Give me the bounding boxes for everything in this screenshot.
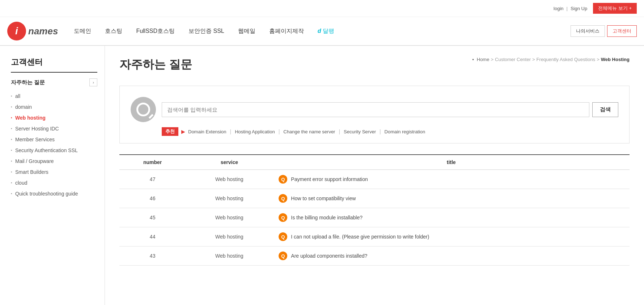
sidebar-item-web-hosting[interactable]: Web hosting xyxy=(11,112,97,123)
q-badge: Q xyxy=(279,213,287,222)
cell-service: Web hosting xyxy=(186,170,273,189)
nav-fullssd[interactable]: FullSSD호스팅 xyxy=(135,27,176,35)
breadcrumb: ▪ Home > Customer Center > Frequently As… xyxy=(472,57,630,62)
breadcrumb-home[interactable]: Home xyxy=(477,57,490,62)
q-badge: Q xyxy=(279,194,287,203)
cell-title[interactable]: QHow to set compatibility view xyxy=(273,189,630,208)
sidebar-section-header: 자주하는 질문 › xyxy=(11,78,97,86)
sidebar-title: 고객센터 xyxy=(11,57,97,73)
tag-sep-2: | xyxy=(279,129,280,134)
main-layout: 고객센터 자주하는 질문 › all domain Web hosting Se… xyxy=(0,46,644,305)
table-header-row: number service title xyxy=(119,155,630,170)
table-header-title: title xyxy=(273,155,630,170)
tag-security-server[interactable]: Security Server xyxy=(344,129,376,134)
tag-sep-1: | xyxy=(230,129,232,134)
chevron-right-icon: › xyxy=(93,80,94,85)
table-row[interactable]: 47Web hostingQPayment error support info… xyxy=(119,170,630,189)
tag-change-name-server[interactable]: Change the name server xyxy=(283,129,335,134)
cell-title[interactable]: QI can not upload a file. (Please give p… xyxy=(273,227,630,246)
nav-hosting[interactable]: 호스팅 xyxy=(103,27,124,35)
tag-hosting-application[interactable]: Hosting Application xyxy=(235,129,275,134)
sidebar-item-member-services[interactable]: Member Services xyxy=(11,134,97,145)
dalpaeng-d-icon: d xyxy=(318,28,321,34)
breadcrumb-faq[interactable]: Frequently Asked Questions xyxy=(537,57,596,62)
main-nav: 도메인 호스팅 FullSSD호스팅 보안인증 SSL 웹메일 홈페이지제작 d… xyxy=(72,27,571,35)
sidebar: 고객센터 자주하는 질문 › all domain Web hosting Se… xyxy=(0,46,105,305)
table-row[interactable]: 46Web hostingQHow to set compatibility v… xyxy=(119,189,630,208)
breadcrumb-sep2: > xyxy=(532,57,535,62)
nav-dalpaeng[interactable]: d 달팽 xyxy=(316,27,336,35)
nav-ssl[interactable]: 보안인증 SSL xyxy=(187,27,226,35)
breadcrumb-customer-center[interactable]: Customer Center xyxy=(495,57,531,62)
nav-webmail[interactable]: 웹메일 xyxy=(237,27,257,35)
sidebar-item-domain[interactable]: domain xyxy=(11,102,97,112)
title-text: Is the billing module installable? xyxy=(291,215,363,220)
cell-title[interactable]: QPayment error support information xyxy=(273,170,630,189)
breadcrumb-sep1: > xyxy=(491,57,493,62)
all-menu-button[interactable]: 전체메뉴 보기 + xyxy=(593,3,637,14)
login-link[interactable]: login xyxy=(554,6,563,11)
cell-service: Web hosting xyxy=(186,208,273,227)
my-service-button[interactable]: 나의서비스 xyxy=(571,25,605,37)
nav-domain[interactable]: 도메인 xyxy=(72,27,93,35)
search-input[interactable] xyxy=(162,102,589,117)
q-badge: Q xyxy=(279,252,287,260)
logo[interactable]: i names xyxy=(7,22,58,40)
sidebar-section-title: 자주하는 질문 xyxy=(11,79,45,86)
sidebar-item-cloud[interactable]: cloud xyxy=(11,177,97,188)
tag-sep-4: | xyxy=(380,129,381,134)
cell-title[interactable]: QAre upload components installed? xyxy=(273,246,630,266)
nav-homepage[interactable]: 홈페이지제작 xyxy=(268,27,305,35)
sidebar-list: all domain Web hosting Server Hosting ID… xyxy=(11,91,97,199)
sidebar-arrow-button[interactable]: › xyxy=(89,78,97,86)
top-bar: login | Sign Up 전체메뉴 보기 + xyxy=(0,0,644,17)
tag-sep-3: | xyxy=(339,129,340,134)
divider: | xyxy=(567,6,568,11)
logo-name-text: names xyxy=(28,26,58,37)
breadcrumb-sep3: > xyxy=(597,57,599,62)
table-header-service: service xyxy=(186,155,273,170)
logo-icon: i xyxy=(7,22,26,40)
page-header-row: 자주하는 질문 ▪ Home > Customer Center > Frequ… xyxy=(119,57,630,80)
logo-red-circle: i xyxy=(7,22,26,40)
cell-title[interactable]: QIs the billing module installable? xyxy=(273,208,630,227)
recommended-tag-label: 추천 xyxy=(162,127,178,136)
search-box-area: 검색 추천 ▶ Domain Extension | Hosting Appli… xyxy=(119,86,630,143)
title-text: Are upload components installed? xyxy=(291,253,367,259)
sidebar-item-mail[interactable]: Mail / Groupware xyxy=(11,156,97,167)
customer-center-button[interactable]: 고객센터 xyxy=(607,25,637,37)
search-row: 검색 xyxy=(131,97,618,122)
search-tags: 추천 ▶ Domain Extension | Hosting Applicat… xyxy=(131,127,618,136)
logo-i-letter: i xyxy=(15,26,18,36)
search-input-wrap: 검색 xyxy=(162,102,618,117)
title-text: How to set compatibility view xyxy=(291,196,356,201)
breadcrumb-current: Web Hosting xyxy=(601,57,630,62)
signup-link[interactable]: Sign Up xyxy=(571,6,587,11)
cell-service: Web hosting xyxy=(186,246,273,266)
search-magnifier-icon xyxy=(136,103,150,116)
cell-number: 44 xyxy=(119,227,186,246)
tag-domain-registration[interactable]: Domain registration xyxy=(385,129,425,134)
sidebar-item-server-hosting[interactable]: Server Hosting IDC xyxy=(11,123,97,134)
cell-service: Web hosting xyxy=(186,227,273,246)
sidebar-item-security-auth[interactable]: Security Authentication SSL xyxy=(11,145,97,156)
title-text: Payment error support information xyxy=(291,176,368,182)
dalpaeng-label: 달팽 xyxy=(323,27,334,35)
cell-number: 43 xyxy=(119,246,186,266)
title-text: I can not upload a file. (Please give pe… xyxy=(291,234,429,240)
sidebar-item-all[interactable]: all xyxy=(11,91,97,102)
search-button[interactable]: 검색 xyxy=(592,102,618,117)
cell-number: 45 xyxy=(119,208,186,227)
tag-arrow-icon: ▶ xyxy=(181,129,185,134)
table-row[interactable]: 44Web hostingQI can not upload a file. (… xyxy=(119,227,630,246)
table-row[interactable]: 43Web hostingQAre upload components inst… xyxy=(119,246,630,266)
search-icon-circle xyxy=(131,97,156,122)
sidebar-item-quick-troubleshooting[interactable]: Quick troubleshooting guide xyxy=(11,188,97,199)
table-row[interactable]: 45Web hostingQIs the billing module inst… xyxy=(119,208,630,227)
sidebar-item-smart-builders[interactable]: Smart Builders xyxy=(11,167,97,177)
q-badge: Q xyxy=(279,232,287,241)
q-badge: Q xyxy=(279,175,287,184)
tag-domain-extension[interactable]: Domain Extension xyxy=(188,129,226,134)
cell-number: 46 xyxy=(119,189,186,208)
table-header-number: number xyxy=(119,155,186,170)
